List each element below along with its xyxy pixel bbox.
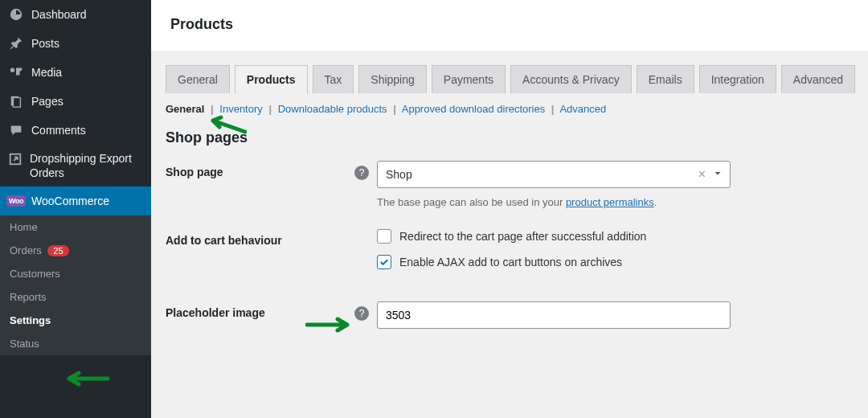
tab-tax[interactable]: Tax [313,65,354,93]
product-permalinks-link[interactable]: product permalinks [566,196,654,208]
sidebar-sub-status[interactable]: Status [0,332,151,355]
clear-icon[interactable]: × [698,167,706,182]
label: Orders [10,244,42,256]
sidebar-sub-customers[interactable]: Customers [0,262,151,285]
shop-page-control: Shop × The base page can also be used in… [377,161,731,208]
svg-point-0 [10,68,14,72]
placeholder-control [377,301,731,329]
tab-payments[interactable]: Payments [432,65,506,93]
label: Media [31,66,62,79]
section-heading: Shop pages [166,129,854,146]
settings-tabs: General Products Tax Shipping Payments A… [151,51,868,93]
tab-shipping[interactable]: Shipping [358,65,427,93]
sidebar-item-comments[interactable]: Comments [0,116,151,145]
media-icon [8,64,24,80]
sidebar-sub-settings[interactable]: Settings [0,309,151,332]
admin-sidebar: Dashboard Posts Media Pages Comments Dro… [0,0,151,418]
sidebar-sub-orders[interactable]: Orders 25 [0,239,151,262]
separator: | [211,103,214,115]
subnav-advanced[interactable]: Advanced [559,103,606,115]
sidebar-sub-home[interactable]: Home [0,215,151,239]
separator: | [551,103,555,115]
comment-icon [8,122,24,138]
ajax-checkbox[interactable] [377,255,391,269]
dashboard-icon [8,6,24,23]
redirect-label: Redirect to the cart page after successf… [399,230,646,243]
export-icon [8,151,23,167]
subnav-approved-dirs[interactable]: Approved download directories [402,103,546,115]
chevron-down-icon [712,168,723,182]
subnav-inventory[interactable]: Inventory [219,103,262,115]
label: Dropshipping Export Orders [30,151,143,180]
tab-emails[interactable]: Emails [637,65,694,93]
tab-integration[interactable]: Integration [699,65,776,93]
pages-icon [8,93,24,109]
sidebar-item-dropshipping[interactable]: Dropshipping Export Orders [0,145,151,186]
sidebar-item-posts[interactable]: Posts [0,29,151,58]
svg-rect-2 [13,98,20,108]
sidebar-item-media[interactable]: Media [0,58,151,87]
label: Pages [31,95,63,108]
ajax-label: Enable AJAX add to cart buttons on archi… [399,256,622,268]
page-title: Products [170,16,849,33]
shop-page-hint: The base page can also be used in your p… [377,196,731,208]
add-to-cart-label: Add to cart behaviour [166,229,354,247]
help-icon[interactable]: ? [354,166,369,180]
placeholder-image-row: Placeholder image ? [166,301,854,329]
tab-advanced[interactable]: Advanced [781,65,855,93]
pin-icon [8,35,24,51]
subnav-downloadable[interactable]: Downloadable products [278,103,387,115]
woocommerce-icon: Woo [8,193,24,209]
tab-products[interactable]: Products [235,65,308,94]
label: Posts [31,37,59,50]
separator: | [268,103,272,115]
sidebar-sub-reports[interactable]: Reports [0,285,151,309]
add-to-cart-row: Add to cart behaviour Redirect to the ca… [166,229,854,281]
label: WooCommerce [31,195,109,207]
ajax-checkbox-row[interactable]: Enable AJAX add to cart buttons on archi… [377,255,854,269]
placeholder-label: Placeholder image [166,301,354,319]
placeholder-image-input[interactable] [377,301,731,329]
label: Comments [31,124,86,137]
redirect-checkbox-row[interactable]: Redirect to the cart page after successf… [377,229,854,244]
main-content: Products General Products Tax Shipping P… [151,0,868,418]
tab-general[interactable]: General [166,65,230,93]
shop-page-row: Shop page ? Shop × The base page can als… [166,161,854,208]
add-to-cart-control: Redirect to the cart page after successf… [377,229,854,281]
shop-page-select[interactable]: Shop × [377,161,731,188]
page-header: Products [151,0,868,51]
sidebar-item-dashboard[interactable]: Dashboard [0,0,151,29]
orders-count-badge: 25 [47,245,68,256]
products-subnav: General | Inventory | Downloadable produ… [151,93,868,115]
shop-page-label: Shop page [166,161,354,178]
sidebar-item-pages[interactable]: Pages [0,87,151,116]
separator: | [393,103,396,115]
label: Dashboard [31,8,87,21]
sidebar-item-woocommerce[interactable]: Woo WooCommerce [0,186,151,215]
shop-pages-section: Shop pages Shop page ? Shop × The base p… [151,115,868,329]
subnav-general[interactable]: General [166,103,204,115]
help-icon[interactable]: ? [354,306,369,321]
tab-accounts-privacy[interactable]: Accounts & Privacy [510,65,632,93]
redirect-checkbox[interactable] [377,229,391,244]
select-value: Shop [386,168,412,181]
